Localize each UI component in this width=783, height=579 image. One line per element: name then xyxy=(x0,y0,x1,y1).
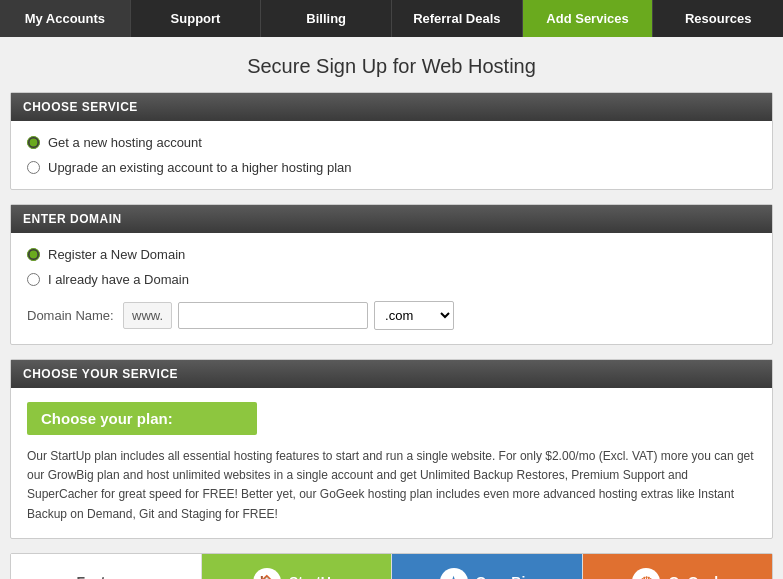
enter-domain-header: ENTER DOMAIN xyxy=(11,205,772,233)
domain-existing-radio[interactable] xyxy=(27,273,40,286)
choose-service-body: Get a new hosting account Upgrade an exi… xyxy=(11,121,772,189)
startup-icon: 🏠 xyxy=(253,568,281,579)
domain-new-radio[interactable] xyxy=(27,248,40,261)
service-new-label: Get a new hosting account xyxy=(48,135,202,150)
enter-domain-section: ENTER DOMAIN Register a New Domain I alr… xyxy=(10,204,773,345)
service-option-new: Get a new hosting account xyxy=(27,135,756,150)
choose-plan-section: CHOOSE YOUR SERVICE Choose your plan: Ou… xyxy=(10,359,773,539)
nav-support[interactable]: Support xyxy=(131,0,262,37)
tab-startup[interactable]: 🏠 StartUp xyxy=(202,554,393,579)
main-nav: My Accounts Support Billing Referral Dea… xyxy=(0,0,783,37)
domain-input-row: Domain Name: www. .com .net .org .info .… xyxy=(27,301,756,330)
tab-growbig[interactable]: ★ GrowBig xyxy=(392,554,583,579)
domain-option-new: Register a New Domain xyxy=(27,247,756,262)
tld-select[interactable]: .com .net .org .info .biz .co.uk xyxy=(374,301,454,330)
tab-gogeek[interactable]: ♛ GoGeek xyxy=(583,554,773,579)
service-upgrade-radio[interactable] xyxy=(27,161,40,174)
nav-add-services[interactable]: Add Services xyxy=(523,0,654,37)
service-option-upgrade: Upgrade an existing account to a higher … xyxy=(27,160,756,175)
features-label-tab: Features xyxy=(11,554,202,579)
domain-name-label: Domain Name: xyxy=(27,308,117,323)
page-content: Secure Sign Up for Web Hosting CHOOSE SE… xyxy=(0,37,783,579)
choose-service-header: CHOOSE SERVICE xyxy=(11,93,772,121)
domain-option-existing: I already have a Domain xyxy=(27,272,756,287)
startup-label: StartUp xyxy=(289,574,340,579)
service-upgrade-label: Upgrade an existing account to a higher … xyxy=(48,160,352,175)
features-tabs-row: Features 🏠 StartUp ★ GrowBig ♛ GoGeek xyxy=(10,553,773,579)
nav-referral-deals[interactable]: Referral Deals xyxy=(392,0,523,37)
choose-service-section: CHOOSE SERVICE Get a new hosting account… xyxy=(10,92,773,190)
domain-name-input[interactable] xyxy=(178,302,368,329)
nav-billing[interactable]: Billing xyxy=(261,0,392,37)
growbig-icon: ★ xyxy=(440,568,468,579)
domain-existing-label: I already have a Domain xyxy=(48,272,189,287)
features-label-text: Features xyxy=(77,574,135,579)
plan-description: Our StartUp plan includes all essential … xyxy=(27,447,756,524)
page-title: Secure Sign Up for Web Hosting xyxy=(0,37,783,92)
enter-domain-body: Register a New Domain I already have a D… xyxy=(11,233,772,344)
nav-my-accounts[interactable]: My Accounts xyxy=(0,0,131,37)
gogeek-label: GoGeek xyxy=(668,574,722,579)
plan-label-bar: Choose your plan: xyxy=(27,402,257,435)
service-new-radio[interactable] xyxy=(27,136,40,149)
growbig-label: GrowBig xyxy=(476,574,534,579)
domain-new-label: Register a New Domain xyxy=(48,247,185,262)
choose-plan-body: Choose your plan: Our StartUp plan inclu… xyxy=(11,388,772,538)
domain-www-prefix: www. xyxy=(123,302,172,329)
nav-resources[interactable]: Resources xyxy=(653,0,783,37)
gogeek-icon: ♛ xyxy=(632,568,660,579)
choose-plan-header: CHOOSE YOUR SERVICE xyxy=(11,360,772,388)
